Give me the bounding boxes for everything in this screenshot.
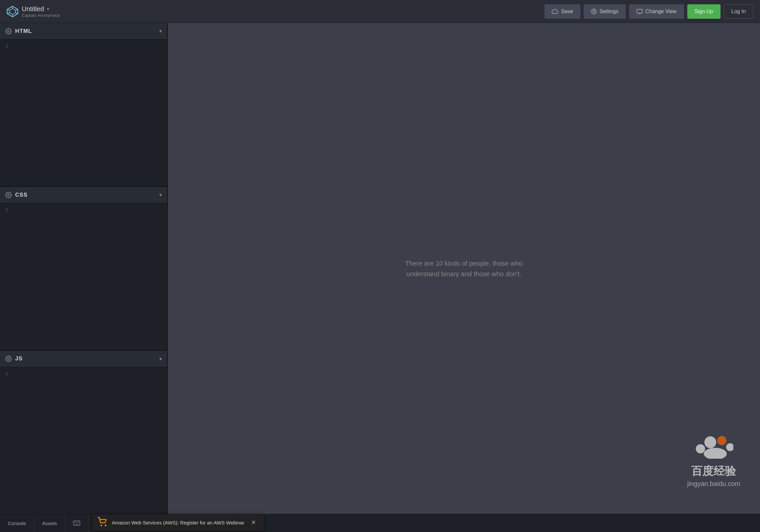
- svg-rect-9: [637, 9, 642, 13]
- baidu-watermark: 百度经验 jingyan.baidu.com: [687, 432, 740, 488]
- css-editor-header: CSS ▾: [0, 187, 167, 203]
- html-header-left: HTML: [5, 28, 32, 34]
- svg-point-18: [726, 443, 733, 451]
- cloud-icon: [552, 9, 558, 14]
- baidu-icon-svg: [694, 432, 733, 459]
- console-tab-label: Console: [8, 520, 26, 526]
- html-gear-icon[interactable]: [5, 28, 12, 34]
- fork-icon: ✦: [46, 6, 50, 12]
- js-header-left: JS: [5, 355, 23, 362]
- css-editor-label: CSS: [15, 192, 27, 198]
- js-editor-body[interactable]: 1: [0, 367, 167, 514]
- svg-marker-1: [10, 9, 16, 15]
- svg-point-19: [704, 448, 727, 459]
- svg-point-14: [8, 358, 10, 360]
- svg-point-8: [593, 11, 595, 12]
- settings-button[interactable]: Settings: [584, 4, 626, 19]
- logo-area: Untitled ✦ Captain Anonymous: [7, 5, 145, 18]
- html-editor-body[interactable]: 1: [0, 39, 167, 186]
- change-view-button[interactable]: Change View: [629, 4, 684, 19]
- svg-point-16: [704, 436, 716, 448]
- html-editor-label: HTML: [15, 28, 32, 34]
- app-subtitle: Captain Anonymous: [22, 13, 60, 18]
- css-gear-icon[interactable]: [5, 192, 12, 198]
- css-editor-pane: CSS ▾ 1: [0, 187, 167, 350]
- css-header-left: CSS: [5, 192, 27, 198]
- change-view-label: Change View: [645, 9, 677, 15]
- bottom-bar: Console Assets: [0, 514, 760, 532]
- baidu-logo: 百度经验 jingyan.baidu.com: [687, 432, 740, 488]
- baidu-brand-text: 百度经验: [691, 464, 736, 479]
- preview-line-1: There are 10 kinds of people, those who: [405, 258, 523, 269]
- baidu-paw-icon: [694, 432, 733, 462]
- notification-cart-icon: [97, 516, 108, 529]
- preview-placeholder: There are 10 kinds of people, those who …: [405, 258, 523, 279]
- notification-banner: Amazon Web Services (AWS): Register for …: [92, 514, 264, 531]
- header: Untitled ✦ Captain Anonymous Save Settin…: [0, 0, 760, 23]
- assets-tab-label: Assets: [42, 520, 57, 526]
- settings-gear-icon: [591, 9, 597, 15]
- svg-point-29: [105, 524, 107, 526]
- tab-console[interactable]: Console: [0, 514, 34, 532]
- settings-label: Settings: [599, 9, 619, 15]
- preview-line-2: understand binary and those who don't.: [405, 269, 523, 279]
- html-line-1: 1: [0, 43, 167, 50]
- js-gear-icon[interactable]: [5, 355, 12, 362]
- signup-label: Sign Up: [694, 9, 713, 15]
- svg-point-28: [101, 524, 102, 526]
- main-layout: HTML ▾ 1 CSS ▾ 1: [0, 23, 760, 514]
- baidu-url-text: jingyan.baidu.com: [687, 480, 740, 488]
- bottom-tabs: Console Assets: [0, 514, 88, 532]
- header-actions: Save Settings Change View Sign Up Log In: [545, 4, 753, 19]
- svg-point-13: [8, 194, 10, 196]
- monitor-icon: [636, 9, 643, 15]
- html-collapse-button[interactable]: ▾: [159, 28, 162, 34]
- login-label: Log In: [732, 9, 746, 15]
- js-line-1: 1: [0, 371, 167, 377]
- html-editor-pane: HTML ▾ 1: [0, 23, 167, 187]
- js-editor-pane: JS ▾ 1: [0, 351, 167, 514]
- app-title: Untitled ✦: [22, 5, 60, 13]
- save-button[interactable]: Save: [545, 4, 580, 19]
- css-editor-body[interactable]: 1: [0, 203, 167, 350]
- svg-rect-20: [73, 521, 80, 525]
- signup-button[interactable]: Sign Up: [687, 4, 721, 19]
- css-collapse-button[interactable]: ▾: [159, 192, 162, 198]
- app-logo-icon: [7, 6, 19, 18]
- notification-close-button[interactable]: ✕: [248, 517, 259, 527]
- preview-panel: There are 10 kinds of people, those who …: [168, 23, 760, 514]
- svg-point-17: [717, 436, 727, 445]
- save-label: Save: [561, 9, 573, 15]
- logo-text-group: Untitled ✦ Captain Anonymous: [22, 5, 60, 18]
- css-line-1: 1: [0, 206, 167, 213]
- tab-assets[interactable]: Assets: [34, 514, 65, 532]
- js-collapse-button[interactable]: ▾: [159, 356, 162, 362]
- left-panel: HTML ▾ 1 CSS ▾ 1: [0, 23, 168, 514]
- keyboard-icon: [73, 519, 80, 527]
- login-button[interactable]: Log In: [724, 4, 753, 19]
- notification-text: Amazon Web Services (AWS): Register for …: [112, 520, 244, 525]
- app-title-text: Untitled: [22, 5, 44, 13]
- svg-point-12: [8, 30, 10, 32]
- svg-point-15: [696, 444, 705, 453]
- tab-keyboard-shortcut[interactable]: [65, 514, 88, 532]
- html-editor-header: HTML ▾: [0, 23, 167, 39]
- js-editor-label: JS: [15, 355, 23, 362]
- js-editor-header: JS ▾: [0, 351, 167, 367]
